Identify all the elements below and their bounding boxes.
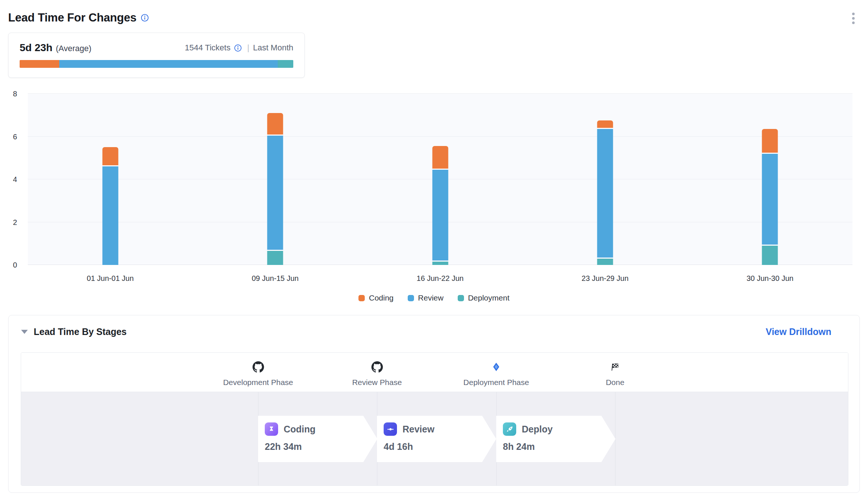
phase-label: Review Phase [352, 378, 402, 387]
x-tick-label: 30 Jun-30 Jun [747, 274, 794, 283]
bar-segment-coding [432, 146, 448, 169]
stage-card-title: Deploy [522, 424, 552, 435]
diamond-icon [491, 362, 501, 372]
bar-stack[interactable] [267, 94, 283, 265]
y-tick-label: 8 [13, 90, 17, 98]
bar-stack[interactable] [432, 94, 448, 265]
phase-label: Deployment Phase [463, 378, 529, 387]
bar-segment-deployment [267, 251, 283, 265]
bar-segment-coding [762, 129, 778, 153]
period-separator: | [247, 43, 249, 53]
page-title: Lead Time For Changes [8, 11, 137, 24]
phase-label: Done [606, 378, 624, 387]
period-label: Last Month [253, 43, 293, 53]
phase-cell-development: Development Phase [199, 353, 317, 387]
stage-card-deploy[interactable]: Deploy 8h 24m [496, 416, 615, 462]
bar-stack[interactable] [102, 94, 118, 265]
progress-segment-coding [20, 60, 59, 68]
x-tick-label: 09 Jun-15 Jun [252, 274, 299, 283]
stages-body: Coding 22h 34m Review [21, 392, 848, 485]
kebab-menu-icon[interactable] [851, 11, 856, 26]
info-icon[interactable] [141, 14, 149, 22]
stage-card-duration: 8h 24m [503, 441, 615, 452]
phase-cell-done: Done [556, 353, 674, 387]
rocket-icon [503, 422, 516, 436]
chart-plot-area [28, 94, 852, 265]
bar-segment-deployment [762, 246, 778, 265]
phase-header-row: Development Phase Review Phase Deploymen… [21, 353, 848, 392]
average-value: 5d 23h [20, 42, 53, 54]
bar-segment-coding [102, 147, 118, 165]
phase-label: Development Phase [223, 378, 293, 387]
legend-item-review[interactable]: Review [408, 293, 444, 302]
stage-card-title: Coding [284, 424, 316, 435]
widget-header: Lead Time For Changes [8, 11, 149, 24]
tickets-count: 1544 Tickets [185, 43, 231, 53]
bar-segment-review [102, 166, 118, 265]
bar-segment-coding [267, 113, 283, 135]
y-tick-label: 6 [13, 132, 17, 141]
bar-stack[interactable] [762, 94, 778, 265]
average-label: (Average) [56, 44, 91, 53]
summary-progress-bar [20, 60, 293, 68]
progress-segment-deployment [278, 60, 293, 68]
legend-item-deployment[interactable]: Deployment [458, 293, 510, 302]
legend-label: Review [418, 293, 444, 302]
lead-time-widget: Lead Time For Changes 5d 23h (Average) 1… [0, 0, 868, 501]
phase-cell-review: Review Phase [318, 353, 436, 387]
stage-card-duration: 22h 34m [265, 441, 377, 452]
summary-card: 5d 23h (Average) 1544 Tickets | Last Mon… [8, 33, 305, 78]
stages-table: Development Phase Review Phase Deploymen… [21, 352, 848, 486]
github-icon [253, 361, 264, 373]
legend-item-coding[interactable]: Coding [358, 293, 394, 302]
bar-segment-review [432, 170, 448, 261]
tickets-info-icon[interactable] [234, 44, 242, 52]
chart-y-axis: 02468 [0, 94, 22, 265]
x-tick-label: 16 Jun-22 Jun [417, 274, 464, 283]
collapse-triangle-icon[interactable] [21, 330, 28, 334]
y-tick-label: 2 [13, 218, 17, 226]
bar-stack[interactable] [597, 94, 613, 265]
legend-label: Coding [369, 293, 394, 302]
stages-title: Lead Time By Stages [34, 326, 127, 337]
legend-swatch [408, 295, 414, 301]
stage-card-duration: 4d 16h [384, 441, 496, 452]
stages-header: Lead Time By Stages View Drilldown [21, 326, 831, 337]
stage-card-title: Review [403, 424, 434, 435]
chart-legend: CodingReviewDeployment [0, 293, 868, 302]
phase-cell-deployment: Deployment Phase [437, 353, 555, 387]
legend-label: Deployment [468, 293, 510, 302]
x-tick-label: 01 Jun-01 Jun [87, 274, 134, 283]
stage-card-review[interactable]: Review 4d 16h [377, 416, 496, 462]
commit-icon [384, 422, 397, 436]
view-drilldown-link[interactable]: View Drilldown [766, 326, 831, 337]
checkered-flag-icon [611, 362, 620, 371]
bar-segment-review [267, 136, 283, 250]
bar-segment-review [762, 154, 778, 245]
stages-panel: Lead Time By Stages View Drilldown Devel… [8, 315, 860, 493]
bar-segment-review [597, 129, 613, 258]
bar-segment-deployment [597, 259, 613, 265]
chart-x-labels: 01 Jun-01 Jun09 Jun-15 Jun16 Jun-22 Jun2… [28, 274, 852, 284]
legend-swatch [458, 295, 464, 301]
stage-card-coding[interactable]: Coding 22h 34m [258, 416, 377, 462]
github-icon [371, 361, 383, 373]
bar-segment-deployment [432, 262, 448, 265]
y-tick-label: 4 [13, 175, 17, 184]
bar-segment-coding [597, 120, 613, 128]
x-tick-label: 23 Jun-29 Jun [582, 274, 629, 283]
progress-segment-review [59, 60, 278, 68]
legend-swatch [358, 295, 365, 301]
hourglass-icon [265, 422, 278, 436]
y-tick-label: 0 [13, 261, 17, 269]
